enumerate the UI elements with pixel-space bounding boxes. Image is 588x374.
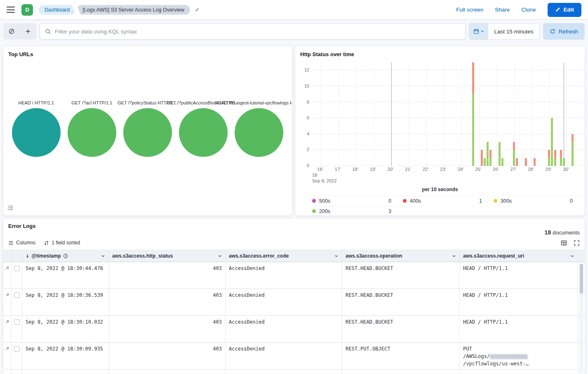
clone-button[interactable]: Clone (521, 7, 536, 13)
legend-dot (494, 199, 497, 203)
x-axis-label: 23' (440, 167, 446, 172)
cell-error-code: AccessDenied (226, 316, 342, 342)
bar-200s[interactable] (560, 158, 562, 166)
expand-document-button (3, 369, 12, 374)
bar-200s[interactable] (489, 158, 492, 166)
bar-400s[interactable] (572, 134, 574, 142)
x-axis-label: 21' (405, 167, 411, 172)
table-scrollbar[interactable] (579, 263, 583, 374)
legend-label: 500s (319, 198, 330, 204)
bar-400s[interactable] (525, 158, 527, 166)
x-gridline (409, 62, 409, 166)
column-header-label: aws.s3access.error_code (229, 253, 289, 259)
breadcrumb-current-dashboard[interactable]: [Logs AWS] S3 Server Access Log Overview (77, 5, 190, 15)
pie-chart[interactable] (123, 108, 172, 157)
menu-toggle-button[interactable] (7, 7, 15, 13)
bar-200s[interactable] (554, 158, 556, 166)
kql-input[interactable] (55, 28, 460, 35)
bar-200s[interactable] (572, 142, 574, 166)
breadcrumb-dashboard[interactable]: Dashboard (39, 5, 75, 15)
x-axis: 16'17'18'19'20'21'22'23'24'25'26'27'28'2… (312, 166, 580, 172)
columns-button[interactable]: Columns (8, 240, 35, 246)
pie-chart[interactable] (235, 108, 283, 157)
sort-fields-button[interactable]: 1 field sorted (44, 240, 80, 246)
cell-http-status: 403 (109, 343, 226, 369)
legend-item[interactable]: 200s3 (312, 206, 403, 216)
bar-200s[interactable] (548, 158, 550, 166)
column-header-http-status[interactable]: aws.s3access.http_status (109, 250, 226, 262)
pie-chart[interactable] (179, 108, 228, 157)
legend-item[interactable]: 400s1 (403, 196, 494, 206)
sort-icon (44, 240, 49, 246)
y-axis-label: 2 (307, 147, 309, 152)
bar-400s[interactable] (516, 158, 518, 166)
calendar-menu-button[interactable] (469, 24, 488, 39)
x-gridline (496, 62, 497, 166)
cell-request-uri: PUT/AWSLogs//vpcflowlogs/us-west-… (460, 343, 578, 369)
time-annotation-line (391, 62, 392, 166)
bar-400s[interactable] (560, 150, 562, 158)
legend-value: 0 (570, 198, 573, 204)
table-row: Sep 8, 2022 @ 18:30:44.478403AccessDenie… (3, 262, 585, 289)
bar-400s[interactable] (554, 150, 556, 158)
scrollbar-thumb[interactable] (580, 264, 583, 294)
bar-400s[interactable] (481, 150, 483, 166)
pie-chart[interactable] (68, 108, 116, 157)
chevron-down-icon (570, 254, 574, 258)
bar-200s[interactable] (551, 118, 553, 166)
y-axis-label: 10 (304, 83, 309, 88)
display-options-button[interactable] (561, 240, 567, 246)
row-checkbox[interactable] (14, 292, 20, 298)
x-axis-label: 27' (510, 167, 516, 172)
pie-chart-item: GET /?policyStatus HTTP/1… (120, 100, 175, 157)
expand-document-button[interactable] (3, 289, 12, 315)
bar-200s[interactable] (501, 158, 503, 166)
pie-chart-label: GET /?acl HTTP/1.1 (71, 100, 112, 105)
y-gridline (312, 86, 584, 86)
bar-400s[interactable] (472, 62, 474, 94)
bar-200s[interactable] (484, 158, 486, 166)
bar-200s[interactable] (563, 158, 565, 166)
pie-chart-label: HEAD / HTTP/1.1 (18, 100, 54, 105)
column-header-request-uri[interactable]: aws.s3access.request_uri (460, 250, 578, 262)
space-avatar[interactable]: D (21, 4, 33, 16)
bar-400s[interactable] (513, 142, 515, 150)
time-range-text[interactable]: Last 15 minutes (488, 24, 539, 39)
row-checkbox[interactable] (14, 319, 20, 325)
bar-400s[interactable] (548, 150, 550, 158)
bar-200s[interactable] (487, 142, 489, 166)
row-checkbox[interactable] (14, 346, 20, 352)
expand-document-button[interactable] (3, 316, 12, 342)
refresh-button[interactable]: Refresh (543, 23, 585, 40)
bar-200s[interactable] (472, 94, 474, 166)
pie-chart[interactable] (12, 108, 61, 157)
column-header-timestamp[interactable]: ↓@timestamp (22, 250, 109, 262)
expand-document-button[interactable] (3, 262, 12, 289)
x-axis-label: 19' (370, 167, 376, 172)
expand-document-button[interactable] (3, 343, 12, 369)
bar-400s[interactable] (534, 158, 536, 166)
full-screen-grid-button[interactable] (574, 240, 580, 246)
sort-button-label: 1 field sorted (52, 240, 80, 246)
column-header-error-code[interactable]: aws.s3access.error_code (226, 250, 342, 262)
bar-200s[interactable] (499, 142, 501, 166)
cell-http-status: 403 (109, 289, 226, 315)
legend-item[interactable]: 500s0 (312, 196, 403, 206)
disable-filters-icon-button[interactable] (3, 23, 20, 40)
legend-toggle-button[interactable] (7, 205, 14, 212)
error-logs-panel: Error Logs 18 documents Columns 1 field … (3, 219, 585, 374)
row-checkbox[interactable] (14, 265, 20, 271)
share-button[interactable]: Share (495, 7, 510, 13)
add-filter-icon-button[interactable] (20, 23, 36, 40)
legend-dot (403, 199, 407, 203)
bar-400s[interactable] (489, 150, 492, 158)
legend-dot (312, 209, 316, 213)
legend-item[interactable]: 300s0 (494, 196, 584, 206)
y-axis-label: 6 (307, 115, 309, 120)
edit-button[interactable]: Edit (548, 3, 582, 17)
bar-200s[interactable] (513, 150, 515, 166)
column-header-operation[interactable]: aws.s3access.operation (342, 250, 460, 262)
full-screen-button[interactable]: Full screen (456, 7, 483, 13)
select-row-cell (12, 316, 22, 342)
cell-error-code (226, 369, 342, 374)
